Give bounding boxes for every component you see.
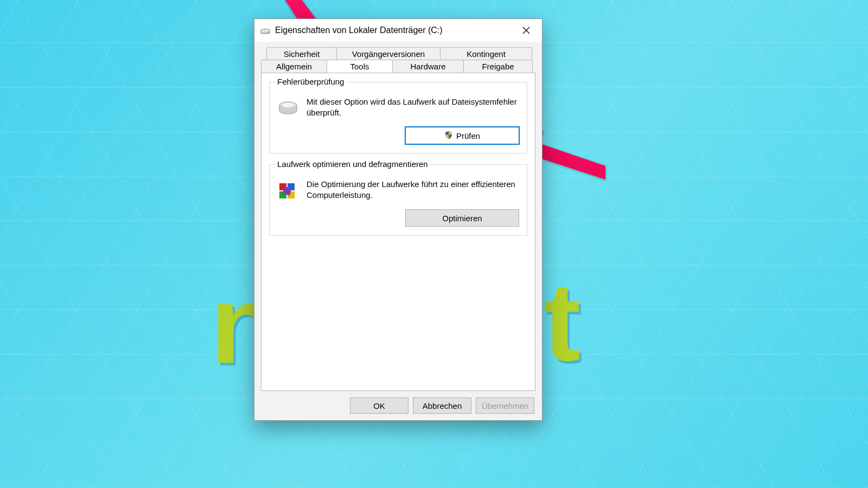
optimize-button[interactable]: Optimieren (405, 209, 519, 227)
tab-strip: Sicherheit Vorgängerversionen Kontingent… (254, 42, 542, 73)
optimize-button-label: Optimieren (442, 214, 482, 223)
bg-glyph-right: t (544, 266, 580, 377)
ok-button[interactable]: OK (350, 397, 409, 414)
group-optimize: Laufwerk optimieren und defragmentieren … (269, 164, 527, 236)
group-error-check-legend: Fehlerüberprüfung (275, 77, 346, 86)
tab-sicherheit[interactable]: Sicherheit (266, 47, 337, 60)
group-optimize-legend: Laufwerk optimieren und defragmentieren (275, 159, 430, 169)
close-icon (522, 27, 530, 34)
defrag-icon (277, 181, 299, 203)
window-title: Eigenschaften von Lokaler Datenträger (C… (275, 25, 514, 35)
cancel-button[interactable]: Abbrechen (413, 397, 471, 414)
desktop-background: n t Eigenschaft (0, 0, 868, 488)
svg-point-4 (267, 32, 269, 33)
check-button-label: Prüfen (456, 131, 480, 140)
group-error-check-description: Mit dieser Option wird das Laufwerk auf … (307, 97, 519, 119)
properties-dialog: Eigenschaften von Lokaler Datenträger (C… (254, 18, 542, 421)
tab-freigabe[interactable]: Freigabe (464, 60, 533, 73)
tab-vorgaengerversionen[interactable]: Vorgängerversionen (337, 47, 441, 60)
svg-rect-13 (283, 187, 292, 196)
check-button[interactable]: Prüfen (405, 127, 519, 144)
tab-panel-tools: Fehlerüberprüfung Mit dieser Option wird… (261, 73, 535, 391)
close-button[interactable] (514, 22, 539, 39)
tab-kontingent[interactable]: Kontingent (441, 47, 532, 60)
tab-allgemein[interactable]: Allgemein (261, 60, 327, 73)
tab-hardware[interactable]: Hardware (393, 60, 464, 73)
hdd-icon (277, 99, 299, 120)
group-error-check: Fehlerüberprüfung Mit dieser Option wird… (269, 82, 527, 153)
group-optimize-description: Die Optimierung der Laufwerke führt zu e… (307, 179, 519, 201)
uac-shield-icon (444, 131, 453, 141)
tab-tools[interactable]: Tools (327, 60, 393, 73)
titlebar[interactable]: Eigenschaften von Lokaler Datenträger (C… (254, 19, 542, 42)
svg-rect-3 (261, 30, 269, 31)
dialog-footer: OK Abbrechen Übernehmen (254, 391, 542, 420)
apply-button: Übernehmen (476, 397, 534, 414)
drive-icon (260, 25, 271, 36)
svg-point-8 (282, 103, 294, 107)
